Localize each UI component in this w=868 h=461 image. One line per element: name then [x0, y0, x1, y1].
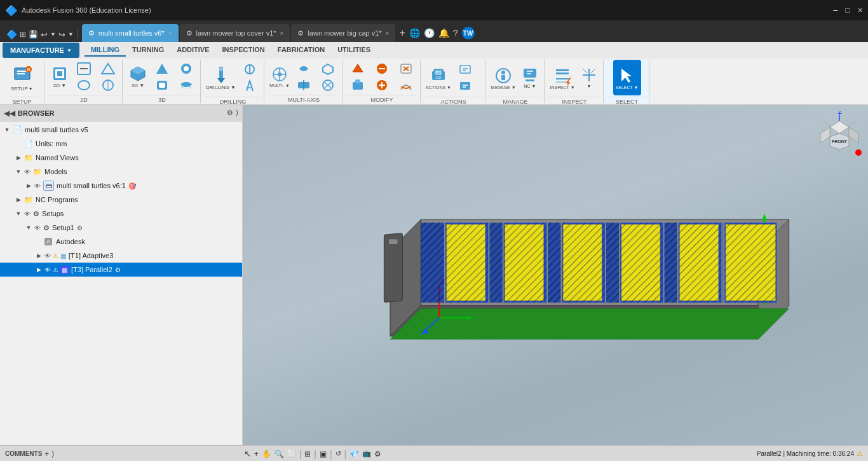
ribbon-tab-milling[interactable]: MILLING: [85, 44, 126, 57]
bell-icon[interactable]: 🔔: [438, 28, 449, 38]
modify-btn-6[interactable]: [395, 78, 417, 93]
cursor-tool-btn[interactable]: ↖: [244, 449, 251, 458]
add-comment-btn[interactable]: +: [44, 450, 49, 458]
inspect-btn-1[interactable]: INSPECT ▼: [548, 60, 576, 95]
modify-btn-3[interactable]: [370, 61, 393, 76]
grid-tool-btn[interactable]: ⊞: [304, 450, 311, 458]
display-tool-btn[interactable]: ▣: [320, 450, 327, 458]
drilling-btn[interactable]: DRILLING ▼: [205, 60, 237, 95]
tree-label-autodesk: Autodesk: [56, 238, 85, 245]
svg-rect-2: [17, 73, 25, 74]
zoom-tool-btn[interactable]: 🔍: [275, 450, 284, 458]
redo-btn[interactable]: ↪: [58, 30, 65, 39]
view-cube[interactable]: Z FRONT: [817, 111, 862, 156]
svg-marker-32: [323, 64, 333, 74]
3d-btn-3[interactable]: [151, 78, 173, 93]
ribbon-tab-inspection[interactable]: INSPECTION: [216, 44, 271, 57]
ribbon-tab-fabrication[interactable]: FABRICATION: [271, 44, 331, 57]
ribbon-tab-utilities[interactable]: UTILITIES: [331, 44, 377, 57]
tab-lawn-mower-cap[interactable]: ⚙ lawn mower big cap v1* ×: [291, 24, 395, 42]
close-btn[interactable]: ×: [858, 5, 863, 15]
save-btn[interactable]: 💾: [29, 30, 38, 39]
t3-op-icon: ▦: [60, 266, 69, 274]
multiaxis-btn-5[interactable]: [316, 78, 339, 93]
user-avatar[interactable]: TW: [462, 27, 475, 39]
minimize-btn[interactable]: −: [832, 5, 837, 15]
modify-btn-1[interactable]: [346, 61, 369, 76]
folder-nc-icon: 📁: [24, 196, 33, 204]
drilling-btn-2[interactable]: [238, 62, 261, 77]
tree-item-named-views[interactable]: ▶ 📁 Named Views: [0, 151, 242, 165]
modify-btn-2[interactable]: [346, 78, 369, 93]
tree-item-nc-programs[interactable]: ▶ 📁 NC Programs: [0, 193, 242, 207]
tree-item-t3[interactable]: ▶ 👁 ⚠ ▦ [T3] Parallel2 ⚙: [0, 263, 242, 277]
tree-item-models[interactable]: ▼ 👁 📁 Models: [0, 165, 242, 179]
tree-item-root[interactable]: ▼ 📄 multi small turtles v5: [0, 123, 242, 137]
ribbon-tab-additive[interactable]: ADDITIVE: [170, 44, 215, 57]
tree-item-t1[interactable]: ▶ 👁 ⚠ ▦ [T1] Adaptive3: [0, 249, 242, 263]
ribbon-group-modify: MODIFY: [344, 60, 421, 103]
undo-btn[interactable]: ↩: [41, 30, 48, 39]
grid-menu-icon[interactable]: ⊞: [20, 30, 26, 39]
help-icon[interactable]: ?: [453, 28, 458, 38]
clock-icon[interactable]: 🕐: [424, 28, 435, 38]
machining-info-text: Parallel2 | Machining time: 0:36:24: [757, 450, 854, 457]
tab-lawn-mower-top[interactable]: ⚙ lawn mower top cover v1* ×: [180, 24, 290, 42]
manage-btn-2[interactable]: NC ▼: [519, 61, 541, 94]
multiaxis-btn-1[interactable]: MULTI- ▼: [268, 60, 291, 93]
tree-item-setups[interactable]: ▼ 👁 ⚙ Setups: [0, 207, 242, 221]
sim-btn[interactable]: ↺: [336, 450, 341, 458]
3d-btn-2[interactable]: [151, 61, 173, 76]
multiaxis-btn-2[interactable]: [292, 61, 315, 76]
tree-item-units[interactable]: 📄 Units: mm: [0, 137, 242, 151]
tree-item-autodesk[interactable]: A Autodesk: [0, 235, 242, 249]
drilling-btn-3[interactable]: [238, 78, 261, 93]
3d-btn-4[interactable]: [175, 61, 198, 76]
ribbon-tab-turning[interactable]: TURNING: [126, 44, 170, 57]
tab-close-btn[interactable]: ×: [168, 30, 172, 37]
actions-btn-2[interactable]: [454, 62, 477, 77]
undo-arrow[interactable]: ▼: [50, 31, 56, 38]
tab-multi-turtles[interactable]: ⚙ multi small turtles v6* ×: [82, 24, 179, 42]
browser-expand-icon[interactable]: ⟩: [236, 109, 238, 117]
browser-panel: ◀◀ BROWSER ⚙ ⟩ ▼ 📄 multi small turtles v…: [0, 105, 243, 445]
new-tab-btn[interactable]: +: [399, 27, 405, 39]
2d-btn-2[interactable]: [72, 78, 95, 93]
actions-btn-3[interactable]: [454, 78, 477, 93]
inspect-btn-2[interactable]: ▼: [578, 61, 600, 94]
pan-tool-btn[interactable]: ✋: [262, 450, 271, 458]
zoom-fit-btn[interactable]: ⬜: [287, 450, 296, 458]
collapse-browser-icon[interactable]: ◀◀: [4, 109, 15, 118]
svg-marker-112: [830, 121, 849, 134]
2d-btn-3[interactable]: [97, 61, 119, 76]
tree-item-setup1[interactable]: ▼ 👁 ⚙ Setup1 ⚙: [0, 221, 242, 235]
browser-settings-icon[interactable]: ⚙: [227, 109, 233, 117]
multiaxis-btn-3[interactable]: [292, 78, 315, 93]
modify-btn-4[interactable]: [370, 78, 393, 93]
multiaxis-btn-4[interactable]: [316, 61, 339, 76]
display2-btn[interactable]: 💎: [349, 450, 359, 458]
2d-contour-btn[interactable]: 2D ▼: [48, 60, 71, 93]
monitor-btn[interactable]: 📺: [362, 450, 371, 458]
tab-close-btn-2[interactable]: ×: [280, 30, 284, 37]
tab-close-btn-3[interactable]: ×: [386, 30, 390, 37]
manage-btn-1[interactable]: MANAGE ▼: [489, 60, 517, 95]
modify-btn-5[interactable]: [395, 61, 417, 76]
settings-tool-btn[interactable]: ⚙: [374, 450, 381, 458]
orbit-tool-btn[interactable]: +: [254, 450, 259, 458]
web-icon[interactable]: 🌐: [409, 28, 420, 38]
setup-btn[interactable]: G SETUP ▼: [8, 60, 36, 95]
redo-arrow[interactable]: ▼: [68, 31, 74, 38]
maximize-btn[interactable]: □: [846, 6, 850, 15]
tree-item-model1[interactable]: ▶ 👁 🗃 multi small turtles v6:1 🎯: [0, 179, 242, 193]
eye-icon-t1: 👁: [44, 252, 51, 259]
3d-btn-1[interactable]: 3D ▼: [126, 60, 149, 93]
select-btn[interactable]: SELECT ▼: [613, 60, 641, 95]
3d-btn-5[interactable]: [175, 78, 198, 93]
viewport[interactable]: Z: [243, 105, 868, 445]
actions-btn-1[interactable]: G1 G2 ACTIONS ▼: [424, 60, 452, 95]
manufacture-dropdown[interactable]: MANUFACTURE ▼: [3, 43, 79, 58]
2d-btn-1[interactable]: [72, 61, 95, 76]
2d-btn-4[interactable]: [97, 78, 119, 93]
comment-settings-icon[interactable]: ⟩: [51, 450, 55, 458]
